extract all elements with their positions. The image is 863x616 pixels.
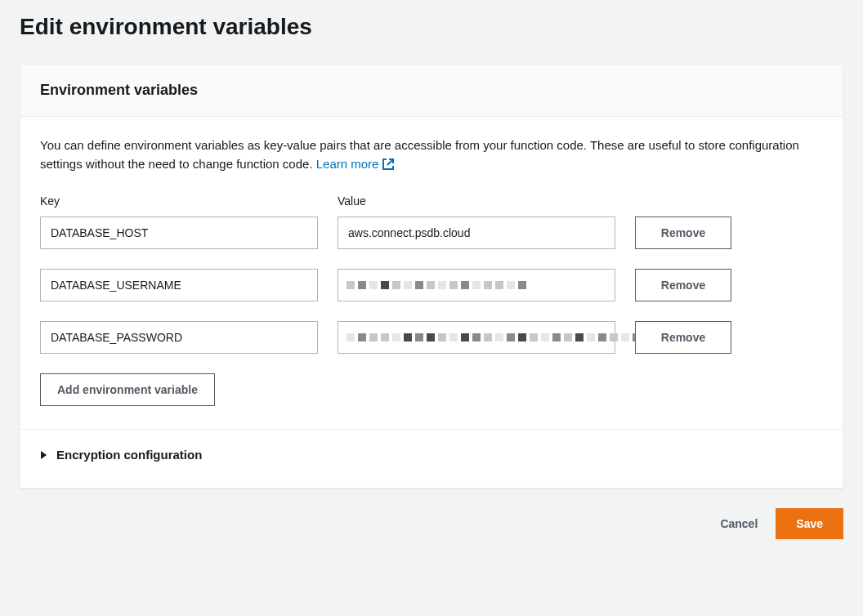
env-value-input-redacted[interactable]: [338, 321, 615, 354]
caret-right-icon: [40, 450, 48, 460]
page-title: Edit environment variables: [0, 0, 863, 64]
env-var-row: Remove: [40, 269, 823, 301]
remove-button[interactable]: Remove: [635, 321, 731, 354]
encryption-config-label: Encryption configuration: [56, 446, 202, 465]
env-value-input[interactable]: [338, 216, 615, 249]
footer-actions: Cancel Save: [0, 489, 863, 559]
learn-more-label: Learn more: [316, 155, 379, 174]
remove-button[interactable]: Remove: [635, 269, 731, 301]
panel-heading: Environment variables: [40, 79, 823, 101]
env-key-input[interactable]: [40, 269, 318, 301]
column-header-key: Key: [40, 193, 318, 210]
external-link-icon: [382, 155, 395, 174]
panel-description: You can define environment variables as …: [40, 136, 823, 173]
env-key-input[interactable]: [40, 321, 318, 354]
environment-variables-panel: Environment variables You can define env…: [20, 64, 843, 489]
env-key-input[interactable]: [40, 216, 318, 249]
panel-description-text: You can define environment variables as …: [40, 138, 799, 171]
learn-more-link[interactable]: Learn more: [316, 155, 396, 174]
panel-header: Environment variables: [20, 65, 843, 117]
add-env-var-button[interactable]: Add environment variable: [40, 373, 215, 406]
column-header-value: Value: [338, 193, 615, 210]
cancel-button[interactable]: Cancel: [713, 509, 764, 538]
save-button[interactable]: Save: [776, 508, 843, 539]
remove-button[interactable]: Remove: [635, 216, 731, 249]
env-var-row: Remove: [40, 321, 823, 354]
env-var-row: Remove: [40, 216, 823, 249]
encryption-config-toggle[interactable]: Encryption configuration: [40, 430, 823, 468]
env-value-input-redacted[interactable]: [338, 269, 615, 301]
